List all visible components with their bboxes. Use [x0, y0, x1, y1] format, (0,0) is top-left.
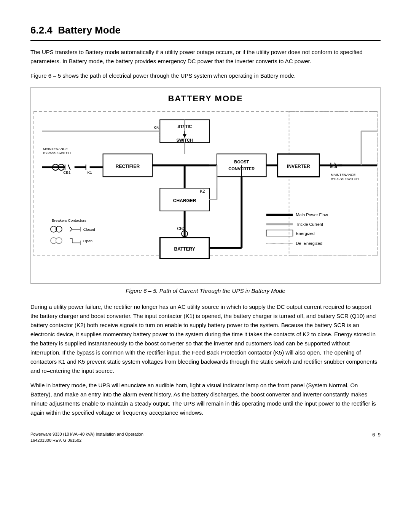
svg-text:RECTIFIER: RECTIFIER	[116, 164, 140, 169]
svg-text:BATTERY: BATTERY	[174, 246, 195, 252]
svg-text:K2: K2	[200, 189, 205, 193]
svg-text:BYPASS SWITCH: BYPASS SWITCH	[43, 151, 71, 155]
svg-text:Open: Open	[83, 239, 92, 243]
svg-text:SWITCH: SWITCH	[176, 138, 193, 142]
svg-text:BYPASS SWITCH: BYPASS SWITCH	[331, 177, 358, 181]
diagram-container: BATTERY MODE STATIC SWITCH K5 BOOST	[30, 87, 381, 284]
svg-text:MAINTENANCE: MAINTENANCE	[43, 147, 68, 151]
footer-line2: 164201300 REV. G 061502	[30, 437, 143, 444]
svg-text:Closed: Closed	[83, 227, 95, 232]
section-number: 6.2.4	[30, 24, 53, 36]
intro-paragraph-2: Figure 6 – 5 shows the path of electrica…	[30, 71, 381, 80]
section-heading: Battery Mode	[58, 24, 121, 36]
svg-line-74	[70, 229, 72, 232]
svg-text:Trickle Current: Trickle Current	[296, 222, 323, 227]
svg-text:CB2: CB2	[177, 226, 185, 231]
svg-text:K5: K5	[154, 125, 159, 130]
body-paragraph-2: While in battery mode, the UPS will enun…	[30, 381, 381, 417]
svg-text:Main Power Flow: Main Power Flow	[296, 212, 328, 217]
svg-text:Energized: Energized	[296, 231, 314, 236]
svg-text:CB1: CB1	[63, 170, 71, 174]
circuit-diagram: STATIC SWITCH K5 BOOST CONVERTER INVERTE…	[31, 108, 380, 283]
section-title: 6.2.4 Battery Mode	[30, 23, 381, 41]
svg-text:K1: K1	[88, 170, 92, 174]
svg-text:MAINTENANCE: MAINTENANCE	[331, 173, 355, 177]
svg-text:BOOST: BOOST	[234, 160, 249, 164]
svg-line-26	[68, 165, 70, 170]
page: 6.2.4 Battery Mode The UPS transfers to …	[0, 0, 411, 466]
footer-line1: Powerware 9330 (10 kVA–40 kVA) Installat…	[30, 431, 143, 438]
footer-left: Powerware 9330 (10 kVA–40 kVA) Installat…	[30, 431, 143, 444]
diagram-inner: STATIC SWITCH K5 BOOST CONVERTER INVERTE…	[31, 108, 380, 283]
svg-text:De–Energized: De–Energized	[296, 241, 322, 246]
svg-text:Breakers  Contactors: Breakers Contactors	[52, 218, 86, 222]
body-paragraph-1: During a utility power failure, the rect…	[30, 302, 381, 375]
footer-page-number: 6–9	[372, 431, 381, 444]
figure-caption: Figure 6 – 5. Path of Current Through th…	[30, 287, 381, 296]
intro-paragraph-1: The UPS transfers to Battery mode automa…	[30, 48, 381, 66]
svg-text:INVERTER: INVERTER	[287, 164, 310, 169]
diagram-title: BATTERY MODE	[31, 88, 380, 108]
footer: Powerware 9330 (10 kVA–40 kVA) Installat…	[30, 429, 381, 444]
svg-line-73	[70, 227, 72, 229]
svg-text:CHARGER: CHARGER	[173, 198, 196, 203]
svg-point-79	[56, 238, 62, 244]
